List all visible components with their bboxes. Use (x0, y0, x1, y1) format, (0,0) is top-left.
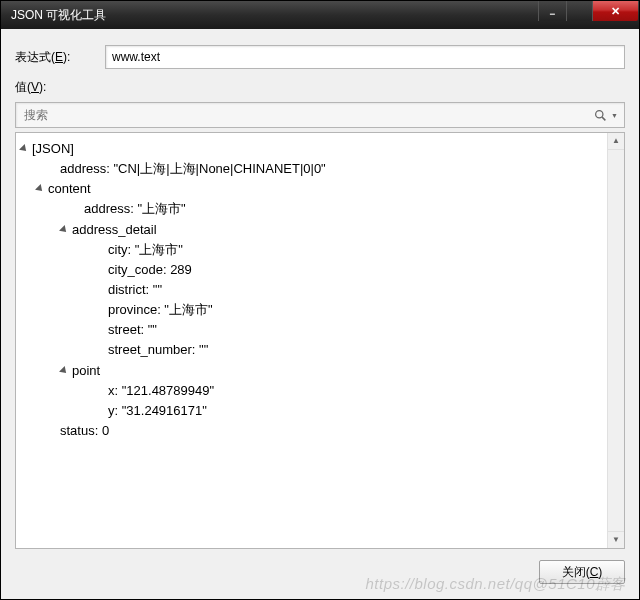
search-input[interactable] (16, 104, 589, 126)
minimize-button[interactable] (538, 1, 566, 21)
close-button[interactable]: 关闭(C) (539, 560, 625, 584)
expression-input[interactable] (105, 45, 625, 69)
expression-row: 表达式(E): (15, 45, 625, 69)
svg-point-0 (595, 110, 602, 117)
search-bar: ▼ (15, 102, 625, 128)
svg-line-1 (602, 117, 605, 120)
chevron-down-icon[interactable] (35, 184, 45, 194)
close-window-button[interactable] (592, 1, 638, 21)
scroll-down-button[interactable]: ▼ (608, 531, 624, 548)
maximize-button[interactable] (566, 1, 592, 21)
tree-item[interactable]: city: "上海市" (20, 240, 620, 260)
json-tree: [JSON] address: "CN|上海|上海|None|CHINANET|… (20, 139, 620, 441)
tree-item[interactable]: street: "" (20, 320, 620, 340)
chevron-down-icon[interactable]: ▼ (611, 112, 624, 119)
json-tree-view[interactable]: [JSON] address: "CN|上海|上海|None|CHINANET|… (15, 132, 625, 549)
dialog-window: JSON 可视化工具 表达式(E): 值(V): (0, 0, 640, 600)
tree-item[interactable]: y: "31.24916171" (20, 401, 620, 421)
chevron-down-icon[interactable] (59, 366, 69, 376)
magnifier-icon (594, 109, 607, 122)
tree-item[interactable]: status: 0 (20, 421, 620, 441)
chevron-down-icon[interactable] (59, 225, 69, 235)
tree-item[interactable]: content (20, 179, 620, 199)
chevron-down-icon[interactable] (19, 144, 29, 154)
expression-label: 表达式(E): (15, 49, 105, 66)
title-bar[interactable]: JSON 可视化工具 (1, 1, 639, 29)
value-label-row: 值(V): (15, 79, 625, 96)
tree-item[interactable]: point (20, 361, 620, 381)
tree-item[interactable]: address: "上海市" (20, 199, 620, 219)
tree-item[interactable]: street_number: "" (20, 340, 620, 360)
window-controls (538, 1, 638, 21)
tree-item[interactable]: city_code: 289 (20, 260, 620, 280)
scroll-up-button[interactable]: ▲ (608, 133, 624, 150)
client-area: 表达式(E): 值(V): ▼ [JSON] address: "CN|上海|上… (1, 29, 639, 599)
search-icon[interactable] (589, 109, 611, 122)
dialog-footer: 关闭(C) (15, 549, 625, 587)
tree-item[interactable]: x: "121.48789949" (20, 381, 620, 401)
tree-root[interactable]: [JSON] (20, 139, 620, 159)
tree-item[interactable]: province: "上海市" (20, 300, 620, 320)
tree-item[interactable]: address_detail (20, 220, 620, 240)
tree-item[interactable]: district: "" (20, 280, 620, 300)
tree-item[interactable]: address: "CN|上海|上海|None|CHINANET|0|0" (20, 159, 620, 179)
vertical-scrollbar[interactable]: ▲ ▼ (607, 133, 624, 548)
value-label: 值(V): (15, 80, 46, 94)
